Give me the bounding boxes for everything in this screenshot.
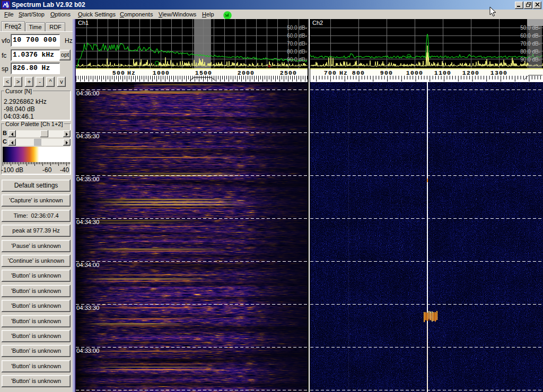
svg-text:60.0 dB-: 60.0 dB- [287,33,307,39]
svg-text:90.0 dB-: 90.0 dB- [520,57,540,63]
svg-text:50.0 dB-: 50.0 dB- [520,25,540,31]
svg-text:80.0 dB-: 80.0 dB- [520,49,540,55]
svg-text:50.0 dB-: 50.0 dB- [287,25,307,31]
svg-text:Ch1: Ch1 [78,20,89,26]
svg-text:80.0 dB-: 80.0 dB- [287,49,307,55]
svg-text:90.0 dB-: 90.0 dB- [287,57,307,63]
svg-text:70.0 dB-: 70.0 dB- [520,41,540,47]
svg-text:60.0 dB-: 60.0 dB- [520,33,540,39]
svg-text:Ch2: Ch2 [312,20,323,26]
svg-text:70.0 dB-: 70.0 dB- [287,41,307,47]
